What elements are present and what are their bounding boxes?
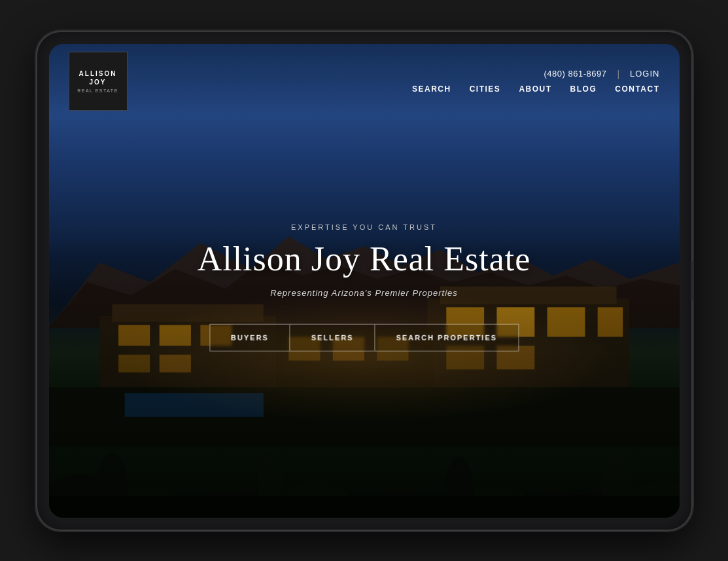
search-properties-button[interactable]: SEARCH PROPERTIES <box>375 323 519 351</box>
phone-number[interactable]: (480) 861-8697 <box>544 69 606 79</box>
login-link[interactable]: LOGIN <box>630 69 659 79</box>
buyers-button[interactable]: BUYERS <box>209 323 290 351</box>
hero-title: Allison Joy Real Estate <box>112 240 616 277</box>
site-header: ALLISON JOY REAL ESTATE (480) 861-8697 |… <box>49 44 680 111</box>
screen: ALLISON JOY REAL ESTATE (480) 861-8697 |… <box>49 44 680 518</box>
logo[interactable]: ALLISON JOY REAL ESTATE <box>69 52 128 111</box>
hero-cta-buttons: BUYERS SELLERS SEARCH PROPERTIES <box>112 323 616 351</box>
hero-tagline: EXPERTISE YOU CAN TRUST <box>112 223 616 230</box>
nav-top-bar: (480) 861-8697 | LOGIN <box>544 69 659 79</box>
nav-blog[interactable]: BLOG <box>570 84 597 94</box>
hero-subtitle: Representing Arizona's Premier Propertie… <box>112 287 616 297</box>
nav-separator: | <box>617 69 619 79</box>
main-nav: SEARCH CITIES ABOUT BLOG CONTACT <box>412 84 659 94</box>
nav-cities[interactable]: CITIES <box>470 84 501 94</box>
logo-line2: REAL ESTATE <box>77 88 118 93</box>
nav-search[interactable]: SEARCH <box>412 84 451 94</box>
nav-about[interactable]: ABOUT <box>519 84 551 94</box>
hero-section: EXPERTISE YOU CAN TRUST Allison Joy Real… <box>112 223 616 351</box>
sellers-button[interactable]: SELLERS <box>290 323 375 351</box>
nav-right: (480) 861-8697 | LOGIN SEARCH CITIES ABO… <box>412 69 659 94</box>
tablet-frame: ALLISON JOY REAL ESTATE (480) 861-8697 |… <box>37 32 691 530</box>
logo-line1: ALLISON JOY <box>75 69 122 86</box>
nav-contact[interactable]: CONTACT <box>615 84 659 94</box>
